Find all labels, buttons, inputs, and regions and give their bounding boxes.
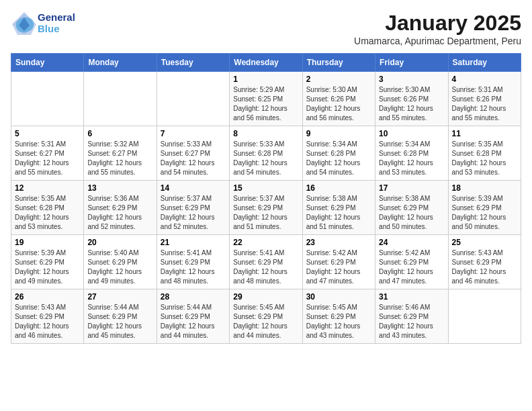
calendar-cell: 29Sunrise: 5:45 AM Sunset: 6:29 PM Dayli… <box>230 289 302 344</box>
calendar-cell: 4Sunrise: 5:31 AM Sunset: 6:26 PM Daylig… <box>448 72 521 126</box>
day-detail: Sunrise: 5:43 AM Sunset: 6:29 PM Dayligh… <box>452 248 517 286</box>
day-detail: Sunrise: 5:31 AM Sunset: 6:26 PM Dayligh… <box>452 85 517 123</box>
day-number: 11 <box>452 129 517 138</box>
calendar-cell: 6Sunrise: 5:32 AM Sunset: 6:27 PM Daylig… <box>84 126 157 181</box>
calendar-cell: 18Sunrise: 5:39 AM Sunset: 6:29 PM Dayli… <box>448 181 521 235</box>
day-number: 25 <box>452 238 517 247</box>
calendar-week-5: 26Sunrise: 5:43 AM Sunset: 6:29 PM Dayli… <box>11 289 521 344</box>
calendar-cell: 15Sunrise: 5:37 AM Sunset: 6:29 PM Dayli… <box>230 181 302 235</box>
day-number: 1 <box>233 75 298 84</box>
calendar-cell: 7Sunrise: 5:33 AM Sunset: 6:27 PM Daylig… <box>157 126 229 181</box>
calendar-cell: 13Sunrise: 5:36 AM Sunset: 6:29 PM Dayli… <box>84 181 157 235</box>
calendar-header-row: SundayMondayTuesdayWednesdayThursdayFrid… <box>11 54 521 72</box>
day-detail: Sunrise: 5:34 AM Sunset: 6:28 PM Dayligh… <box>379 140 444 177</box>
day-detail: Sunrise: 5:45 AM Sunset: 6:29 PM Dayligh… <box>233 303 298 340</box>
day-detail: Sunrise: 5:33 AM Sunset: 6:27 PM Dayligh… <box>161 140 226 177</box>
day-detail: Sunrise: 5:42 AM Sunset: 6:29 PM Dayligh… <box>379 248 444 286</box>
day-number: 28 <box>161 292 226 302</box>
calendar-cell: 19Sunrise: 5:39 AM Sunset: 6:29 PM Dayli… <box>11 235 84 289</box>
day-detail: Sunrise: 5:32 AM Sunset: 6:27 PM Dayligh… <box>87 140 152 177</box>
calendar-cell: 10Sunrise: 5:34 AM Sunset: 6:28 PM Dayli… <box>375 126 448 181</box>
day-number: 20 <box>87 238 152 247</box>
day-number: 7 <box>161 129 226 138</box>
day-detail: Sunrise: 5:41 AM Sunset: 6:29 PM Dayligh… <box>161 248 226 286</box>
day-detail: Sunrise: 5:38 AM Sunset: 6:29 PM Dayligh… <box>379 194 444 232</box>
day-number: 17 <box>379 183 444 193</box>
calendar-cell: 26Sunrise: 5:43 AM Sunset: 6:29 PM Dayli… <box>11 289 84 344</box>
calendar-cell: 21Sunrise: 5:41 AM Sunset: 6:29 PM Dayli… <box>157 235 229 289</box>
calendar-cell: 12Sunrise: 5:35 AM Sunset: 6:28 PM Dayli… <box>11 181 84 235</box>
calendar-cell: 23Sunrise: 5:42 AM Sunset: 6:29 PM Dayli… <box>302 235 375 289</box>
day-detail: Sunrise: 5:37 AM Sunset: 6:29 PM Dayligh… <box>233 194 298 232</box>
calendar-cell: 25Sunrise: 5:43 AM Sunset: 6:29 PM Dayli… <box>448 235 521 289</box>
calendar-cell: 1Sunrise: 5:29 AM Sunset: 6:25 PM Daylig… <box>230 72 302 126</box>
day-number: 27 <box>87 292 152 302</box>
calendar-week-4: 19Sunrise: 5:39 AM Sunset: 6:29 PM Dayli… <box>11 235 521 289</box>
day-number: 24 <box>379 238 444 247</box>
calendar-header-saturday: Saturday <box>448 54 521 72</box>
calendar-table: SundayMondayTuesdayWednesdayThursdayFrid… <box>11 53 521 344</box>
calendar-cell <box>157 72 229 126</box>
logo-icon <box>11 11 35 35</box>
day-number: 12 <box>15 183 80 193</box>
calendar-cell: 30Sunrise: 5:45 AM Sunset: 6:29 PM Dayli… <box>302 289 375 344</box>
calendar-cell: 2Sunrise: 5:30 AM Sunset: 6:26 PM Daylig… <box>302 72 375 126</box>
day-detail: Sunrise: 5:38 AM Sunset: 6:29 PM Dayligh… <box>306 194 371 232</box>
day-number: 13 <box>87 183 152 193</box>
day-number: 21 <box>161 238 226 247</box>
day-detail: Sunrise: 5:35 AM Sunset: 6:28 PM Dayligh… <box>15 194 80 232</box>
day-detail: Sunrise: 5:31 AM Sunset: 6:27 PM Dayligh… <box>15 140 80 177</box>
day-detail: Sunrise: 5:30 AM Sunset: 6:26 PM Dayligh… <box>379 85 444 123</box>
day-number: 18 <box>452 183 517 193</box>
day-detail: Sunrise: 5:46 AM Sunset: 6:29 PM Dayligh… <box>379 303 444 340</box>
day-number: 14 <box>161 183 226 193</box>
calendar-week-1: 1Sunrise: 5:29 AM Sunset: 6:25 PM Daylig… <box>11 72 521 126</box>
day-detail: Sunrise: 5:37 AM Sunset: 6:29 PM Dayligh… <box>161 194 226 232</box>
day-detail: Sunrise: 5:39 AM Sunset: 6:29 PM Dayligh… <box>452 194 517 232</box>
day-detail: Sunrise: 5:35 AM Sunset: 6:28 PM Dayligh… <box>452 140 517 177</box>
day-detail: Sunrise: 5:29 AM Sunset: 6:25 PM Dayligh… <box>233 85 298 123</box>
page-title: January 2025 <box>354 11 521 36</box>
day-detail: Sunrise: 5:43 AM Sunset: 6:29 PM Dayligh… <box>15 303 80 340</box>
day-detail: Sunrise: 5:41 AM Sunset: 6:29 PM Dayligh… <box>233 248 298 286</box>
calendar-cell: 17Sunrise: 5:38 AM Sunset: 6:29 PM Dayli… <box>375 181 448 235</box>
day-number: 5 <box>15 129 80 138</box>
calendar-cell: 22Sunrise: 5:41 AM Sunset: 6:29 PM Dayli… <box>230 235 302 289</box>
calendar-cell <box>84 72 157 126</box>
calendar-cell: 27Sunrise: 5:44 AM Sunset: 6:29 PM Dayli… <box>84 289 157 344</box>
day-detail: Sunrise: 5:30 AM Sunset: 6:26 PM Dayligh… <box>306 85 371 123</box>
day-number: 4 <box>452 75 517 84</box>
day-number: 9 <box>306 129 371 138</box>
calendar-cell: 14Sunrise: 5:37 AM Sunset: 6:29 PM Dayli… <box>157 181 229 235</box>
day-number: 6 <box>87 129 152 138</box>
calendar-cell: 8Sunrise: 5:33 AM Sunset: 6:28 PM Daylig… <box>230 126 302 181</box>
day-number: 8 <box>233 129 298 138</box>
day-number: 3 <box>379 75 444 84</box>
logo: General Blue <box>11 11 75 35</box>
day-detail: Sunrise: 5:44 AM Sunset: 6:29 PM Dayligh… <box>87 303 152 340</box>
day-number: 30 <box>306 292 371 302</box>
calendar-header-tuesday: Tuesday <box>157 54 229 72</box>
day-number: 26 <box>15 292 80 302</box>
calendar-header-sunday: Sunday <box>11 54 84 72</box>
calendar-cell: 20Sunrise: 5:40 AM Sunset: 6:29 PM Dayli… <box>84 235 157 289</box>
page-header: General Blue January 2025 Umamarca, Apur… <box>11 11 521 46</box>
day-number: 29 <box>233 292 298 302</box>
day-detail: Sunrise: 5:34 AM Sunset: 6:28 PM Dayligh… <box>306 140 371 177</box>
calendar-cell: 24Sunrise: 5:42 AM Sunset: 6:29 PM Dayli… <box>375 235 448 289</box>
day-detail: Sunrise: 5:40 AM Sunset: 6:29 PM Dayligh… <box>87 248 152 286</box>
calendar-header-friday: Friday <box>375 54 448 72</box>
day-number: 16 <box>306 183 371 193</box>
calendar-cell: 5Sunrise: 5:31 AM Sunset: 6:27 PM Daylig… <box>11 126 84 181</box>
calendar-header-thursday: Thursday <box>302 54 375 72</box>
calendar-cell: 3Sunrise: 5:30 AM Sunset: 6:26 PM Daylig… <box>375 72 448 126</box>
day-detail: Sunrise: 5:42 AM Sunset: 6:29 PM Dayligh… <box>306 248 371 286</box>
calendar-header-wednesday: Wednesday <box>230 54 302 72</box>
calendar-cell: 31Sunrise: 5:46 AM Sunset: 6:29 PM Dayli… <box>375 289 448 344</box>
calendar-cell <box>448 289 521 344</box>
title-block: January 2025 Umamarca, Apurimac Departme… <box>354 11 521 46</box>
calendar-cell: 9Sunrise: 5:34 AM Sunset: 6:28 PM Daylig… <box>302 126 375 181</box>
day-number: 15 <box>233 183 298 193</box>
calendar-week-2: 5Sunrise: 5:31 AM Sunset: 6:27 PM Daylig… <box>11 126 521 181</box>
day-number: 23 <box>306 238 371 247</box>
